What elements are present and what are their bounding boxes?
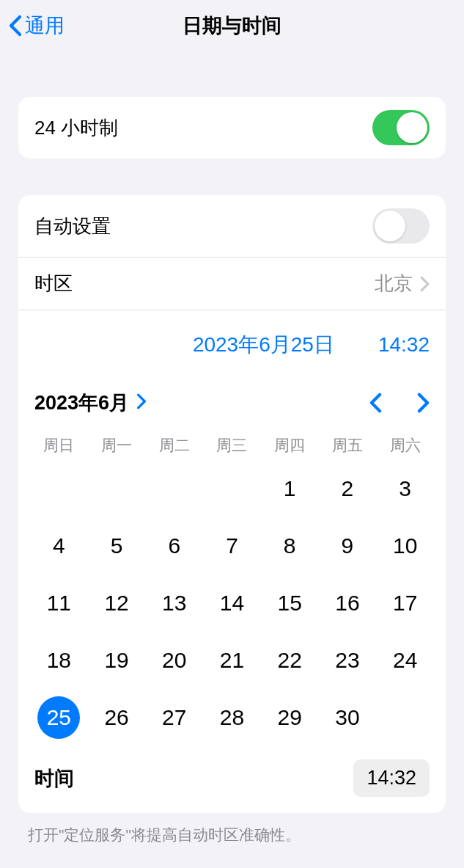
calendar-day[interactable]: 12 bbox=[88, 575, 146, 632]
toggle-auto-set[interactable] bbox=[372, 208, 430, 244]
calendar-day[interactable]: 4 bbox=[30, 517, 88, 575]
label-24hour: 24 小时制 bbox=[34, 115, 118, 141]
chevron-left-icon bbox=[9, 15, 22, 37]
weekday-label: 周三 bbox=[203, 431, 261, 460]
time-display[interactable]: 14:32 bbox=[378, 333, 430, 357]
calendar-day[interactable]: 19 bbox=[88, 632, 146, 689]
calendar-day[interactable]: 16 bbox=[319, 575, 377, 632]
calendar-day[interactable]: 3 bbox=[376, 460, 434, 517]
calendar-day[interactable]: 30 bbox=[319, 689, 377, 746]
weekday-label: 周四 bbox=[261, 431, 319, 460]
calendar-day[interactable]: 10 bbox=[376, 517, 434, 575]
calendar-day[interactable]: 14 bbox=[203, 575, 261, 632]
toggle-24hour[interactable] bbox=[372, 110, 430, 145]
calendar-grid: 1234567891011121314151617181920212223242… bbox=[18, 460, 446, 752]
calendar-day[interactable]: 18 bbox=[30, 632, 88, 689]
next-month-button[interactable] bbox=[417, 393, 430, 413]
calendar-day[interactable]: 23 bbox=[319, 632, 377, 689]
row-timezone[interactable]: 时区 北京 bbox=[18, 258, 446, 310]
month-selector[interactable]: 2023年6月 bbox=[34, 390, 147, 416]
month-label: 2023年6月 bbox=[34, 390, 129, 416]
calendar-day[interactable]: 22 bbox=[261, 632, 319, 689]
calendar-empty-cell bbox=[30, 460, 88, 517]
calendar-day[interactable]: 25 bbox=[30, 689, 88, 746]
time-picker[interactable]: 14:32 bbox=[353, 759, 430, 797]
row-auto-set: 自动设置 bbox=[18, 195, 446, 258]
calendar-day[interactable]: 2 bbox=[319, 460, 377, 517]
calendar-header: 2023年6月 bbox=[18, 372, 446, 431]
label-timezone: 时区 bbox=[34, 271, 73, 296]
row-24hour: 24 小时制 bbox=[18, 97, 446, 158]
calendar-day[interactable]: 24 bbox=[376, 632, 434, 689]
calendar-day[interactable]: 1 bbox=[261, 460, 319, 517]
label-time: 时间 bbox=[34, 765, 74, 792]
weekday-label: 周二 bbox=[145, 431, 203, 460]
date-display[interactable]: 2023年6月25日 bbox=[193, 331, 334, 359]
prev-month-button[interactable] bbox=[369, 393, 382, 413]
calendar-empty-cell bbox=[203, 460, 261, 517]
value-timezone: 北京 bbox=[375, 271, 413, 296]
calendar-day[interactable]: 15 bbox=[261, 575, 319, 632]
back-button[interactable]: 通用 bbox=[9, 12, 65, 39]
weekday-label: 周日 bbox=[30, 431, 88, 460]
calendar-day[interactable]: 26 bbox=[88, 689, 146, 746]
row-time: 时间 14:32 bbox=[18, 752, 446, 813]
calendar-day[interactable]: 11 bbox=[30, 575, 88, 632]
chevron-right-icon bbox=[420, 276, 430, 292]
row-picker-summary: 2023年6月25日 14:32 bbox=[18, 310, 446, 372]
calendar-day[interactable]: 6 bbox=[145, 517, 203, 575]
section-24hour: 24 小时制 bbox=[18, 97, 446, 158]
page-title: 日期与时间 bbox=[183, 12, 281, 39]
footer-note: 打开"定位服务"将提高自动时区准确性。 bbox=[0, 813, 464, 845]
toggle-knob bbox=[397, 112, 427, 143]
weekday-header: 周日周一周二周三周四周五周六 bbox=[18, 431, 446, 460]
calendar-day[interactable]: 5 bbox=[88, 517, 146, 575]
calendar-day[interactable]: 21 bbox=[203, 632, 261, 689]
calendar-day[interactable]: 27 bbox=[145, 689, 203, 746]
label-auto-set: 自动设置 bbox=[34, 214, 111, 239]
calendar-day[interactable]: 7 bbox=[203, 517, 261, 575]
calendar-day[interactable]: 29 bbox=[261, 689, 319, 746]
weekday-label: 周一 bbox=[88, 431, 146, 460]
month-nav bbox=[369, 393, 430, 413]
toggle-knob bbox=[375, 211, 405, 241]
calendar-day[interactable]: 13 bbox=[145, 575, 203, 632]
nav-bar: 通用 日期与时间 bbox=[0, 0, 464, 51]
calendar-empty-cell bbox=[145, 460, 203, 517]
calendar-day[interactable]: 9 bbox=[319, 517, 377, 575]
calendar-day[interactable]: 17 bbox=[376, 575, 434, 632]
chevron-right-icon bbox=[136, 392, 147, 415]
calendar-day[interactable]: 8 bbox=[261, 517, 319, 575]
calendar-empty-cell bbox=[88, 460, 146, 517]
weekday-label: 周五 bbox=[319, 431, 377, 460]
weekday-label: 周六 bbox=[376, 431, 434, 460]
back-label: 通用 bbox=[25, 12, 65, 39]
calendar-day[interactable]: 20 bbox=[145, 632, 203, 689]
calendar-day[interactable]: 28 bbox=[203, 689, 261, 746]
section-datetime: 自动设置 时区 北京 2023年6月25日 14:32 2023年6月 bbox=[18, 195, 446, 813]
